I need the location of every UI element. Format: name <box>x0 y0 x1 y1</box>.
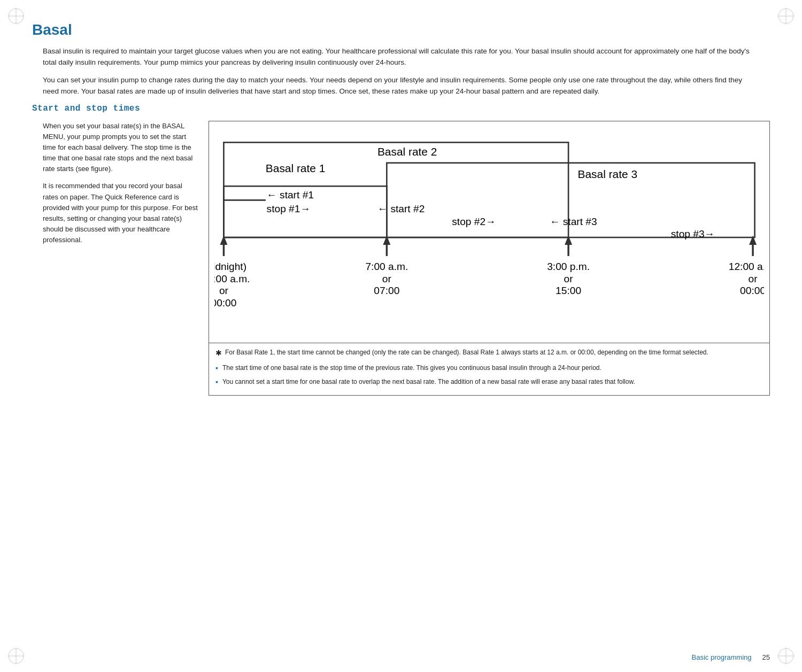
footer-label: Basic programming <box>692 653 752 661</box>
note-asterisk-text: For Basal Rate 1, the start time cannot … <box>225 347 708 359</box>
diagram-box: Basal rate 1 Basal rate 2 Basal rate 3 ←… <box>209 121 770 396</box>
svg-text:← start #1: ← start #1 <box>267 189 314 200</box>
corner-mark-tl <box>5 5 27 27</box>
svg-text:12:00 a.m.: 12:00 a.m. <box>729 261 764 272</box>
svg-text:or: or <box>749 273 758 284</box>
left-paragraph-2: It is recommended that you record your b… <box>43 181 198 245</box>
svg-text:00:00: 00:00 <box>740 285 764 296</box>
note-bullet-2: ▪ You cannot set a start time for one ba… <box>215 377 763 388</box>
corner-mark-br <box>775 645 797 667</box>
basal-rate-1-label: Basal rate 1 <box>266 162 325 174</box>
note-bullet-1-text: The start time of one basal rate is the … <box>222 363 602 374</box>
note-bullet-1: ▪ The start time of one basal rate is th… <box>215 363 763 374</box>
svg-text:or: or <box>564 273 574 284</box>
bullet-symbol-1: ▪ <box>215 362 218 374</box>
note-bullet-2-text: You cannot set a start time for one basa… <box>222 377 635 388</box>
svg-text:or: or <box>219 285 229 296</box>
svg-text:stop #1→: stop #1→ <box>267 203 311 214</box>
svg-text:←  start #2: ← start #2 <box>377 203 425 214</box>
svg-text:07:00: 07:00 <box>374 285 399 296</box>
footer-page-number: 25 <box>762 653 770 661</box>
svg-text:*12:00 a.m.: *12:00 a.m. <box>214 273 250 284</box>
svg-text:00:00: 00:00 <box>214 297 236 308</box>
asterisk-symbol: ✱ <box>215 347 222 359</box>
page-title: Basal <box>32 21 770 38</box>
section-title: Start and stop times <box>32 104 770 113</box>
corner-mark-tr <box>775 5 797 27</box>
svg-text:(midnight): (midnight) <box>214 261 246 272</box>
svg-text:←  start #3: ← start #3 <box>550 216 597 227</box>
svg-text:stop #3→: stop #3→ <box>671 228 715 240</box>
left-paragraph-1: When you set your basal rate(s) in the B… <box>43 121 198 175</box>
svg-text:stop #2→: stop #2→ <box>452 216 496 227</box>
intro-paragraph-1: Basal insulin is required to maintain yo… <box>43 46 759 68</box>
basal-rate-diagram: Basal rate 1 Basal rate 2 Basal rate 3 ←… <box>214 126 764 340</box>
basal-rate-2-label: Basal rate 2 <box>377 145 437 157</box>
basal-rate-3-label: Basal rate 3 <box>578 167 637 180</box>
svg-text:3:00 p.m.: 3:00 p.m. <box>547 261 590 272</box>
intro-paragraph-2: You can set your insulin pump to change … <box>43 75 759 97</box>
bullet-symbol-2: ▪ <box>215 376 218 388</box>
svg-text:or: or <box>382 273 392 284</box>
corner-mark-bl <box>5 645 27 667</box>
svg-text:15:00: 15:00 <box>556 285 581 296</box>
svg-text:7:00 a.m.: 7:00 a.m. <box>365 261 408 272</box>
page-footer: Basic programming 25 <box>692 653 770 661</box>
notes-area: ✱ For Basal Rate 1, the start time canno… <box>209 343 769 395</box>
note-asterisk: ✱ For Basal Rate 1, the start time canno… <box>215 347 763 359</box>
